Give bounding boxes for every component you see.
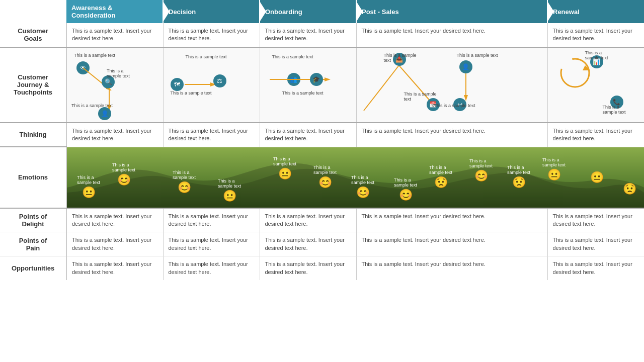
goals-text-1: This is a sample text. Insert your desir… — [72, 27, 158, 43]
pain-label: Points ofPain — [0, 232, 66, 256]
header-decision: Decision — [169, 8, 254, 16]
emoji-13: 😐 — [590, 170, 604, 184]
journey-label: CustomerJourney &Touchpoints — [0, 47, 66, 123]
thinking-cell-3: This is a sample text. Insert your desir… — [260, 123, 356, 147]
pain-row: Points ofPain This is a sample text. Ins… — [0, 232, 644, 256]
emoji-14: 😟 — [623, 182, 636, 196]
delight-cell-3: This is a sample text. Insert your desir… — [260, 208, 356, 232]
goals-label: CustomerGoals — [0, 23, 66, 47]
delight-cell-1: This is a sample text. Insert your desir… — [66, 208, 163, 232]
emoji-3: This is asample text 😊 — [173, 170, 196, 194]
journey-onboarding-label-2: This is a sample text — [282, 90, 324, 96]
emotions-row: Emotions This is asample text 😐 — [0, 147, 644, 208]
journey-cell-renewal: 📊 This is asample text 📞 This is asample… — [547, 47, 644, 123]
emoji-5: This is asample text 😐 — [273, 156, 296, 180]
journey-cell-awareness: This is a sample text 👁 🔍 This is asamp — [66, 47, 163, 123]
journey-cell-postsales: 📤 📅 This is a sample text This is a samp… — [356, 47, 547, 123]
goals-cell-2: This is a sample text. Insert your desir… — [163, 23, 260, 47]
opportunities-row: Opportunities This is a sample text. Ins… — [0, 256, 644, 280]
emoji-9: This is asample text 😟 — [429, 165, 452, 189]
journey-postsales-label-2: This is a sample text — [404, 92, 439, 102]
header-postsales-label: Post - Sales — [362, 8, 399, 16]
thinking-cell-5: This is a sample text. Insert your desir… — [547, 123, 644, 147]
delight-cell-5: This is a sample text. Insert your desir… — [547, 208, 644, 232]
journey-postsales-label-1: This is a sample text — [384, 53, 424, 63]
emoji-2: This is asample text 😊 — [112, 162, 135, 187]
journey-onboarding-label-1: This is a sample text — [272, 54, 313, 59]
emoji-7: This is asample text 😊 — [351, 175, 374, 199]
goals-cell-3: This is a sample text. Insert your desir… — [260, 23, 356, 47]
pain-cell-5: This is a sample text. Insert your desir… — [547, 232, 644, 256]
goals-row: CustomerGoals This is a sample text. Ins… — [0, 23, 644, 47]
pain-cell-4: This is a sample text. Insert your desir… — [356, 232, 547, 256]
thinking-cell-2: This is a sample text. Insert your desir… — [163, 123, 260, 147]
goals-cell-5: This is a sample text. Insert your desir… — [547, 23, 644, 47]
pain-cell-3: This is a sample text. Insert your desir… — [260, 232, 356, 256]
delight-cell-4: This is a sample text. Insert your desir… — [356, 208, 547, 232]
header-renewal: Renewal — [553, 8, 639, 16]
journey-node-label-3: This is a sample text — [71, 103, 113, 108]
header-decision-label: Decision — [169, 8, 196, 16]
pain-cell-2: This is a sample text. Insert your desir… — [163, 232, 260, 256]
journey-icon-person-bottom: 👤 — [98, 107, 111, 120]
emoji-12: This is asample text 😐 — [542, 157, 566, 182]
thinking-row: Thinking This is a sample text. Insert y… — [0, 123, 644, 147]
header-awareness: Awareness &Consideration — [71, 4, 157, 19]
thinking-cell-1: This is a sample text. Insert your desir… — [66, 123, 163, 147]
journey-renewal-label-2: This is asample text — [603, 105, 638, 115]
opps-cell-2: This is a sample text. Insert your desir… — [163, 256, 260, 280]
pain-cell-1: This is a sample text. Insert your desir… — [66, 232, 163, 256]
header-awareness-label: Awareness &Consideration — [71, 4, 115, 19]
emoji-1: This is asample text 😐 — [77, 175, 100, 199]
journey-renewal-circle — [557, 55, 593, 90]
thinking-cell-4: This is a sample text. Insert your desir… — [356, 123, 547, 147]
journey-node-label-2: This is asample text — [107, 68, 142, 78]
journey-icon-scale: ⚖ — [213, 74, 226, 87]
goals-text-2: This is a sample text. Insert your desir… — [169, 27, 255, 43]
emoji-6: This is asample text 😊 — [313, 165, 337, 189]
goals-text-3: This is a sample text. Insert your desir… — [265, 27, 351, 43]
opps-cell-5: This is a sample text. Insert your desir… — [547, 256, 644, 280]
svg-point-11 — [561, 59, 589, 87]
header-postsales: Post - Sales — [362, 8, 542, 16]
header-renewal-label: Renewal — [553, 8, 580, 16]
emoji-4: This is asample text 😐 — [218, 178, 241, 203]
header-onboarding: Onboarding — [265, 8, 351, 16]
header-onboarding-label: Onboarding — [265, 8, 302, 16]
thinking-label: Thinking — [0, 123, 66, 147]
journey-postsales-label-3: This is a sample text — [457, 53, 498, 58]
journey-cell-onboarding: 👥 🎓 This is a sample text This is a samp… — [260, 47, 356, 123]
journey-cell-decision: 🗺 ⚖ This is a sample text This is a samp… — [163, 47, 260, 123]
emotions-label: Emotions — [0, 147, 66, 208]
journey-postsales-label-4: This is a sample text — [434, 103, 475, 108]
delight-label: Points ofDelight — [0, 208, 66, 232]
journey-icon-grad: 🎓 — [310, 73, 323, 86]
goals-cell-1: This is a sample text. Insert your desir… — [66, 23, 163, 47]
delight-cell-2: This is a sample text. Insert your desir… — [163, 208, 260, 232]
goals-text-4: This is a sample text. Insert your desir… — [362, 27, 542, 35]
delight-row: Points ofDelight This is a sample text. … — [0, 208, 644, 232]
emotions-content: This is asample text 😐 This is asample t… — [66, 147, 644, 208]
journey-node-label-1: This is a sample text — [74, 53, 115, 58]
emoji-8: This is asample text 😊 — [394, 177, 417, 202]
opps-cell-4: This is a sample text. Insert your desir… — [356, 256, 547, 280]
goals-cell-4: This is a sample text. Insert your desir… — [356, 23, 547, 47]
opps-cell-1: This is a sample text. Insert your desir… — [66, 256, 163, 280]
header-row: Awareness &Consideration Decision Onboar… — [0, 0, 644, 23]
opportunities-label: Opportunities — [0, 256, 66, 280]
journey-renewal-label-1: This is asample text — [585, 50, 625, 60]
journey-decision-label-2: This is a sample text — [171, 90, 212, 96]
journey-row: CustomerJourney &Touchpoints This is a s… — [0, 47, 644, 123]
opps-cell-3: This is a sample text. Insert your desir… — [260, 256, 356, 280]
emoji-11: This is asample text 😟 — [507, 165, 530, 189]
journey-decision-label-1: This is a sample text — [186, 54, 227, 59]
goals-text-5: This is a sample text. Insert your desir… — [553, 27, 639, 43]
emoji-10: This is asample text 😊 — [469, 158, 493, 183]
customer-journey-map: Awareness &Consideration Decision Onboar… — [0, 0, 644, 280]
